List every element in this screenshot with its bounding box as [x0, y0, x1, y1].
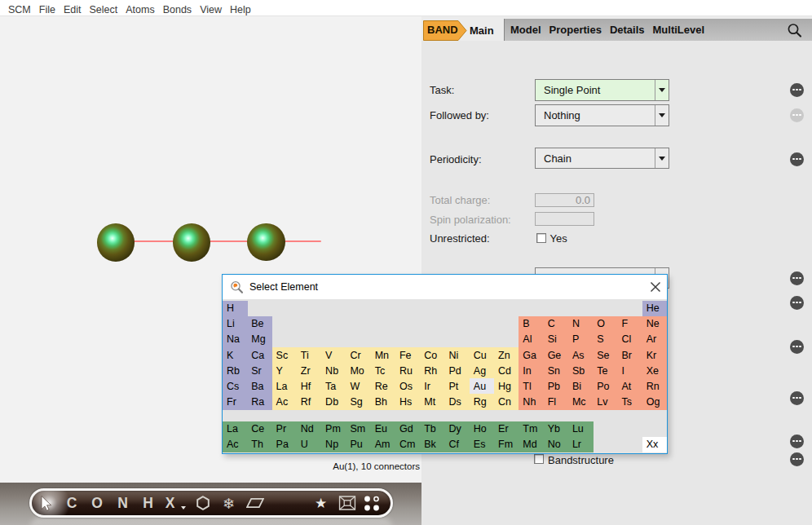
element-in[interactable]: In: [519, 363, 544, 378]
element-tc[interactable]: Tc: [371, 363, 396, 378]
element-ir[interactable]: Ir: [420, 378, 445, 394]
element-lv[interactable]: Lv: [593, 394, 618, 409]
add-nitrogen-button[interactable]: N: [117, 491, 128, 515]
element-s[interactable]: S: [593, 332, 618, 347]
add-oxygen-button[interactable]: O: [91, 491, 103, 515]
element-at[interactable]: At: [617, 378, 642, 394]
element-xx-f[interactable]: Xx: [642, 437, 668, 452]
element-rb[interactable]: Rb: [223, 363, 248, 378]
element-c[interactable]: C: [544, 316, 569, 332]
element-re[interactable]: Re: [371, 378, 396, 394]
element-kr[interactable]: Kr: [642, 347, 668, 363]
element-pu-f[interactable]: Pu: [346, 437, 371, 452]
task-arrow[interactable]: [655, 80, 669, 100]
gold-atom-3[interactable]: [247, 223, 285, 261]
bandstructure-checkbox[interactable]: [534, 454, 544, 464]
task-dropdown[interactable]: Single Point: [535, 79, 669, 101]
element-mt[interactable]: Mt: [420, 394, 445, 409]
element-tb-f[interactable]: Tb: [420, 421, 445, 437]
tab-main[interactable]: Main: [470, 20, 494, 41]
tab-properties[interactable]: Properties: [549, 24, 602, 36]
gold-atom-1[interactable]: [97, 223, 135, 261]
element-rg[interactable]: Rg: [470, 394, 495, 409]
element-y[interactable]: Y: [272, 363, 298, 378]
menu-item-view[interactable]: View: [196, 4, 226, 15]
element-cf-f[interactable]: Cf: [445, 437, 470, 452]
element-ds[interactable]: Ds: [445, 394, 470, 409]
details-dots-button-7[interactable]: [790, 391, 804, 405]
element-f[interactable]: F: [617, 316, 642, 332]
element-dy-f[interactable]: Dy: [445, 421, 470, 437]
element-hf[interactable]: Hf: [297, 378, 322, 394]
dialog-titlebar[interactable]: Select Element: [223, 275, 667, 299]
element-ge[interactable]: Ge: [544, 347, 569, 363]
element-se[interactable]: Se: [593, 347, 618, 363]
element-ar[interactable]: Ar: [642, 332, 668, 347]
element-ho-f[interactable]: Ho: [470, 421, 495, 437]
element-ga[interactable]: Ga: [519, 347, 544, 363]
details-dots-button-4[interactable]: [790, 271, 804, 285]
element-sg[interactable]: Sg: [346, 394, 371, 409]
element-th-f[interactable]: Th: [247, 437, 272, 452]
menu-item-edit[interactable]: Edit: [60, 4, 86, 15]
total-charge-input[interactable]: 0.0: [535, 193, 594, 207]
element-li[interactable]: Li: [223, 316, 248, 332]
element-sb[interactable]: Sb: [568, 363, 594, 378]
element-cr[interactable]: Cr: [346, 347, 371, 363]
element-bh[interactable]: Bh: [371, 394, 396, 409]
element-hg[interactable]: Hg: [494, 378, 519, 394]
element-k[interactable]: K: [223, 347, 248, 363]
menu-item-select[interactable]: Select: [85, 4, 121, 15]
element-np-f[interactable]: Np: [321, 437, 346, 452]
element-sr[interactable]: Sr: [247, 363, 272, 378]
add-ring-button[interactable]: [196, 491, 210, 515]
element-cs[interactable]: Cs: [223, 378, 248, 394]
element-x-caret-icon[interactable]: [181, 506, 186, 510]
menu-item-file[interactable]: File: [35, 4, 60, 15]
followed-by-dropdown[interactable]: Nothing: [535, 104, 669, 126]
element-ru[interactable]: Ru: [395, 363, 421, 378]
element-cd[interactable]: Cd: [494, 363, 519, 378]
element-ba[interactable]: Ba: [247, 378, 272, 394]
element-tl[interactable]: Tl: [519, 378, 544, 394]
element-sc[interactable]: Sc: [272, 347, 298, 363]
element-rn[interactable]: Rn: [642, 378, 668, 394]
element-ra[interactable]: Ra: [247, 394, 272, 409]
element-ce-f[interactable]: Ce: [247, 421, 272, 437]
element-mo[interactable]: Mo: [346, 363, 371, 378]
search-icon[interactable]: [787, 23, 803, 38]
element-na[interactable]: Na: [223, 332, 248, 347]
element-pt[interactable]: Pt: [445, 378, 470, 394]
element-pm-f[interactable]: Pm: [321, 421, 346, 437]
menu-item-atoms[interactable]: Atoms: [121, 4, 158, 15]
tab-details[interactable]: Details: [610, 24, 645, 36]
element-lr-f[interactable]: Lr: [568, 437, 594, 452]
element-hs[interactable]: Hs: [395, 394, 421, 409]
details-dots-button-3[interactable]: [790, 152, 804, 166]
element-he[interactable]: He: [642, 301, 668, 316]
element-bi[interactable]: Bi: [568, 378, 594, 394]
element-sn[interactable]: Sn: [544, 363, 569, 378]
element-rh[interactable]: Rh: [420, 363, 445, 378]
element-po[interactable]: Po: [593, 378, 618, 394]
details-dots-button-6[interactable]: [790, 340, 804, 354]
element-nb[interactable]: Nb: [321, 363, 346, 378]
element-zn[interactable]: Zn: [494, 347, 519, 363]
element-db[interactable]: Db: [321, 394, 346, 409]
favorites-tool-button[interactable]: ★: [315, 491, 327, 515]
unrestricted-checkbox[interactable]: [536, 233, 546, 243]
element-ni[interactable]: Ni: [445, 347, 470, 363]
element-er-f[interactable]: Er: [494, 421, 519, 437]
element-mg[interactable]: Mg: [247, 332, 272, 347]
element-fr[interactable]: Fr: [223, 394, 248, 409]
element-mc[interactable]: Mc: [568, 394, 594, 409]
element-n[interactable]: N: [568, 316, 594, 332]
tab-multilevel[interactable]: MultiLevel: [653, 24, 705, 36]
element-cu[interactable]: Cu: [470, 347, 495, 363]
element-u-f[interactable]: U: [297, 437, 322, 452]
tab-model[interactable]: Model: [510, 24, 541, 36]
element-ti[interactable]: Ti: [297, 347, 322, 363]
element-ts[interactable]: Ts: [617, 394, 642, 409]
add-hydrogen-button[interactable]: H: [143, 491, 153, 515]
element-tm-f[interactable]: Tm: [519, 421, 544, 437]
